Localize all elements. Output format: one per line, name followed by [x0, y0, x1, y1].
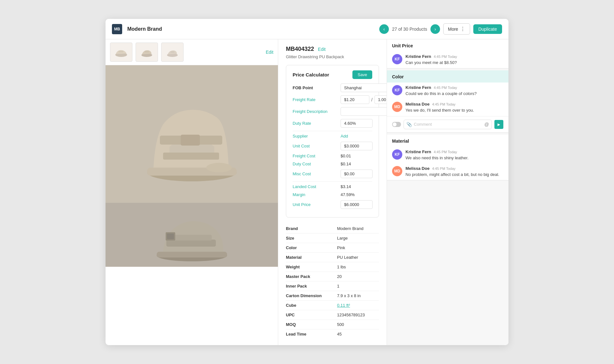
- prev-product-button[interactable]: ‹: [379, 24, 389, 34]
- supplier-add-link[interactable]: Add: [341, 134, 348, 138]
- svg-rect-3: [145, 51, 149, 52]
- secondary-image: [106, 203, 278, 267]
- product-count: 27 of 30 Products: [392, 27, 427, 32]
- comment-time: 4:45 PM Today: [434, 86, 457, 90]
- details-value-carton-dim: 7.9 x 3 x 8 in: [337, 293, 361, 298]
- unit-price-input[interactable]: [341, 200, 373, 209]
- avatar-melissa-color: MD: [392, 102, 402, 112]
- details-value-cube[interactable]: 0.11 ft²: [337, 303, 350, 308]
- right-panel: Unit Price KF Kristine Fern 4:45 PM Toda…: [387, 39, 508, 345]
- table-row: Color Pink: [286, 243, 379, 253]
- freight-sep: /: [371, 97, 373, 102]
- landed-cost-row: Landed Cost $3.14: [293, 184, 372, 189]
- duty-cost-value: $0.14: [341, 162, 351, 166]
- comment-text: No problem, might affect cost a bit, but…: [405, 172, 499, 178]
- misc-cost-input[interactable]: [341, 170, 373, 178]
- freight-desc-label: Freight Description: [293, 109, 337, 114]
- brand-name: Modern Brand: [127, 26, 374, 32]
- comment-toggle[interactable]: [392, 122, 401, 127]
- svg-rect-9: [181, 135, 200, 146]
- next-product-button[interactable]: ›: [430, 24, 440, 34]
- details-value-color: Pink: [337, 245, 345, 250]
- save-button[interactable]: Save: [352, 70, 372, 79]
- comment-input-wrapper: 📎 @: [404, 120, 492, 129]
- comment-section-header-material[interactable]: Material: [387, 135, 508, 147]
- comment-section-header-color[interactable]: Color: [387, 70, 508, 83]
- table-row: Weight 1 lbs: [286, 262, 379, 272]
- details-label-weight: Weight: [286, 265, 337, 269]
- price-calculator: Price Calculator Save FOB Point Freight …: [286, 65, 379, 218]
- comment-section-title-material: Material: [392, 138, 409, 144]
- comment-item: KF Kristine Fern 4:45 PM Today Can you m…: [387, 51, 508, 68]
- misc-cost-row: Misc Cost: [293, 170, 372, 178]
- comment-text: Yes we do, I'll send them over to you.: [405, 107, 474, 113]
- landed-cost-value: $3.14: [341, 184, 351, 189]
- duty-rate-input[interactable]: [341, 119, 373, 128]
- table-row: Lead Time 45: [286, 329, 379, 339]
- freight-rate-input[interactable]: [341, 95, 369, 104]
- freight-desc-input[interactable]: [341, 107, 387, 116]
- unit-cost-input[interactable]: [341, 142, 373, 150]
- duty-cost-label: Duty Cost: [293, 162, 337, 166]
- details-value-material: PU Leather: [337, 255, 358, 260]
- comment-time: 4:45 PM Today: [434, 55, 457, 59]
- comment-time: 4:45 PM Today: [432, 102, 455, 106]
- more-label: More: [448, 27, 458, 32]
- nav-controls: ‹ 27 of 30 Products › More ⋮ Duplicate: [379, 23, 502, 35]
- thumbnail-2[interactable]: [136, 43, 158, 62]
- comment-content: Kristine Fern 4:45 PM Today Can you meet…: [405, 54, 457, 66]
- main-image: [106, 65, 278, 203]
- freight-desc-row: Freight Description: [293, 107, 372, 116]
- fob-row: FOB Point: [293, 83, 372, 92]
- comment-item: KF Kristine Fern 4:45 PM Today Could we …: [387, 83, 508, 99]
- details-label-size: Size: [286, 236, 337, 241]
- avatar-kristine: KF: [392, 54, 402, 64]
- svg-rect-10: [163, 153, 219, 160]
- freight-rate-row: Freight Rate /: [293, 95, 372, 104]
- duty-rate-row: Duty Rate: [293, 119, 372, 128]
- details-label-carton-dim: Carton Dimension: [286, 293, 337, 298]
- comment-section-header-unit-price[interactable]: Unit Price: [387, 39, 508, 51]
- comment-section-color: Color KF Kristine Fern 4:45 PM Today Cou…: [387, 70, 508, 132]
- margin-row: Margin 47.59%: [293, 192, 372, 197]
- table-row: Brand Modern Brand: [286, 224, 379, 233]
- details-value-lead-time: 45: [337, 332, 342, 336]
- mention-icon[interactable]: @: [484, 122, 489, 127]
- table-row: UPC 123456789123: [286, 310, 379, 320]
- table-row: Size Large: [286, 233, 379, 243]
- svg-rect-15: [170, 235, 212, 241]
- unit-price-calc-row: Unit Price: [293, 200, 372, 209]
- details-label-upc: UPC: [286, 313, 337, 317]
- more-dots-icon: ⋮: [460, 26, 465, 32]
- product-subtitle: Glitter Drawstring PU Backpack: [286, 54, 379, 59]
- details-label-material: Material: [286, 255, 337, 260]
- details-value-brand: Modern Brand: [337, 226, 363, 231]
- thumbnail-3[interactable]: [161, 43, 184, 62]
- table-row: Material PU Leather: [286, 253, 379, 262]
- brand-logo: MB: [112, 24, 122, 34]
- details-value-weight: 1 lbs: [337, 265, 346, 269]
- product-edit-link[interactable]: Edit: [318, 47, 326, 52]
- comment-text: Can you meet me at $8.50?: [405, 60, 457, 66]
- comment-input[interactable]: [414, 122, 483, 127]
- freight-cost-label: Freight Cost: [293, 154, 337, 158]
- fob-input[interactable]: [341, 83, 387, 92]
- comment-time: 4:45 PM Today: [432, 167, 455, 170]
- comment-item: MD Melissa Doe 4:45 PM Today No problem,…: [387, 163, 508, 180]
- details-value-inner-pack: 1: [337, 284, 339, 289]
- fob-label: FOB Point: [293, 85, 337, 90]
- comment-item: MD Melissa Doe 4:45 PM Today Yes we do, …: [387, 99, 508, 116]
- duplicate-button[interactable]: Duplicate: [473, 24, 502, 34]
- more-button[interactable]: More ⋮: [443, 23, 470, 35]
- comment-text: Could we do this in a couple of colors?: [405, 91, 477, 97]
- thumbnail-1[interactable]: [110, 43, 132, 62]
- comment-input-area-color: 📎 @ ►: [387, 116, 508, 132]
- freight-unit-input[interactable]: [374, 95, 387, 104]
- send-button[interactable]: ►: [494, 120, 503, 129]
- center-panel: MB404322 Edit Glitter Drawstring PU Back…: [278, 39, 387, 345]
- table-row: MOQ 500: [286, 320, 379, 329]
- attach-icon[interactable]: 📎: [406, 122, 412, 127]
- details-label-brand: Brand: [286, 226, 337, 231]
- thumbnails-edit-link[interactable]: Edit: [266, 50, 273, 55]
- freight-cost-row: Freight Cost $0.01: [293, 154, 372, 158]
